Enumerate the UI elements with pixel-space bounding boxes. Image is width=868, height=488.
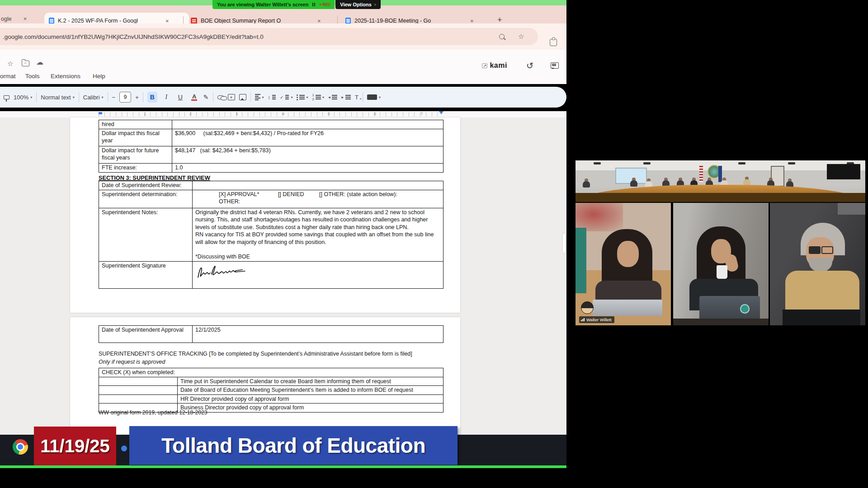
video-feed-participant-3[interactable] xyxy=(770,203,865,325)
comments-icon[interactable] xyxy=(551,62,559,69)
video-feed-participant-2[interactable] xyxy=(673,203,769,325)
rec-indicator: ● REC xyxy=(319,2,331,7)
table-row: Superintendent Signature xyxy=(99,261,443,288)
text-color-button[interactable]: A xyxy=(189,92,199,103)
paragraph-style-select[interactable]: Normal text▾ xyxy=(41,94,74,101)
tracking-condition: Only if request is approved xyxy=(99,359,165,365)
title-overlay: Tolland Board of Education xyxy=(129,426,458,465)
superintendent-notes: Originally the district had 4 veteran RN… xyxy=(195,209,440,246)
table-row: Time put in Superintendent Calendar to c… xyxy=(99,377,443,386)
paint-format-icon[interactable] xyxy=(4,95,9,99)
tab-title: BOE Object Summary Report O xyxy=(201,18,314,24)
highlight-pen-icon[interactable]: ✎ xyxy=(203,94,209,101)
chevron-down-icon: ▾ xyxy=(30,95,32,99)
video-feed-walter-willett[interactable]: Walter Willett xyxy=(576,203,671,325)
numbered-list-button[interactable]: 12 ▾ xyxy=(312,93,324,101)
ruler-left-indent-marker[interactable] xyxy=(99,112,102,114)
insert-image-icon[interactable] xyxy=(239,94,246,100)
align-button[interactable]: ▾ xyxy=(255,94,264,100)
tab-partial[interactable]: ogle × xyxy=(1,15,27,22)
font-size-value[interactable]: 9 xyxy=(119,92,131,103)
ruler-ticks xyxy=(99,112,443,117)
tab-title: K.2 - 2025 WF-PA Form - Googl xyxy=(58,18,162,24)
checklist-button[interactable]: ✓ ▾ xyxy=(280,95,292,100)
bulleted-list-button[interactable]: ▾ xyxy=(297,94,308,100)
table-row: hired xyxy=(99,120,443,129)
bold-button[interactable]: B xyxy=(147,92,157,103)
chevron-down-icon: ▾ xyxy=(374,3,376,7)
docs-menubar: ormat Tools Extensions Help xyxy=(0,71,566,84)
browser-address-row: .google.com/document/d/1nfYB2UWg7HKjlCZn… xyxy=(0,23,566,50)
avatar xyxy=(581,301,594,314)
check-when-completed-table: CHECK (X) when completed: Time put in Su… xyxy=(99,368,443,413)
fiscal-impact-table: hired Dollar impact this fiscal year$36,… xyxy=(99,120,443,173)
docs-toolbar: 100%▾ Normal text▾ Calibri▾ − 9 + B I U … xyxy=(0,87,566,108)
bookmark-star-icon[interactable]: ☆ xyxy=(518,33,524,41)
underline-button[interactable]: U xyxy=(175,92,185,103)
determination-denied: [] DENIED xyxy=(278,191,304,198)
chevron-down-icon: ▾ xyxy=(73,95,75,99)
ruler-number: 3 xyxy=(236,112,238,116)
share-border-bottom xyxy=(0,465,566,468)
url-text: .google.com/document/d/1nfYB2UWg7HKjlCZn… xyxy=(3,33,264,40)
participant-face xyxy=(617,241,639,267)
share-banner: You are viewing Walter Willett’s screen … xyxy=(212,0,381,9)
insert-link-icon[interactable] xyxy=(217,95,224,99)
video-feed-boardroom[interactable] xyxy=(576,160,865,202)
laptop-logo-sticker xyxy=(740,304,750,314)
add-comment-icon[interactable]: + xyxy=(228,94,235,100)
document-page-2[interactable]: Date of Superintendent Approval 12/1/202… xyxy=(70,317,460,435)
table-row: Date of Board of Education Meeting Super… xyxy=(99,386,443,395)
swatch-icon xyxy=(367,94,377,100)
document-page-1[interactable]: hired Dollar impact this fiscal year$36,… xyxy=(70,117,460,313)
determination-approval: [X] APPROVAL* xyxy=(219,191,259,198)
side-panel-handle[interactable] xyxy=(563,233,566,253)
increase-indent-button[interactable]: ▸ xyxy=(341,95,351,99)
wall-display xyxy=(827,164,860,179)
chevron-down-icon: ▾ xyxy=(262,95,264,99)
chrome-icon[interactable] xyxy=(13,439,28,455)
font-size-decrease[interactable]: − xyxy=(112,94,116,101)
ruler-number: 7 xyxy=(420,112,423,116)
pause-icon[interactable] xyxy=(312,2,316,7)
menu-tools[interactable]: Tools xyxy=(25,73,40,80)
line-spacing-button[interactable]: ↕ xyxy=(268,94,276,100)
extensions-puzzle-icon[interactable] xyxy=(550,39,557,46)
view-options-button[interactable]: View Options ▾ xyxy=(335,0,381,9)
ruler-number: 5 xyxy=(328,112,330,116)
version-history-icon[interactable]: ↺ xyxy=(526,61,533,71)
table-row: Superintendent determination: [X] APPROV… xyxy=(99,190,443,208)
zoom-select[interactable]: 100%▾ xyxy=(14,94,32,101)
decrease-indent-button[interactable]: ◂ xyxy=(328,95,338,99)
move-folder-icon[interactable] xyxy=(22,61,29,66)
participant-body xyxy=(785,271,859,312)
share-banner-pill: You are viewing Walter Willett’s screen … xyxy=(212,0,335,9)
italic-button[interactable]: I xyxy=(161,92,171,103)
ruler-number: 6 xyxy=(374,112,376,116)
us-flag xyxy=(699,166,703,182)
boardroom-dais-front xyxy=(576,193,865,202)
menu-extensions[interactable]: Extensions xyxy=(51,73,80,80)
tab-close-icon[interactable]: × xyxy=(24,15,27,22)
menu-format[interactable]: ormat xyxy=(0,73,16,80)
table-row: Date of Superintendent Review: xyxy=(99,181,443,190)
laptop xyxy=(699,296,760,319)
tab-title: 2025-11-19-BOE Meeting - Go xyxy=(354,18,467,24)
glasses xyxy=(809,246,821,254)
address-bar[interactable]: .google.com/document/d/1nfYB2UWg7HKjlCZn… xyxy=(0,28,538,45)
font-size-increase[interactable]: + xyxy=(135,94,139,101)
clear-formatting-button[interactable]: T xyxy=(355,94,359,101)
font-select[interactable]: Calibri▾ xyxy=(83,94,104,101)
favorite-star-icon[interactable]: ☆ xyxy=(7,60,13,68)
document-canvas: hired Dollar impact this fiscal year$36,… xyxy=(0,117,566,435)
text-tool-swatch[interactable]: ▾ xyxy=(367,94,381,100)
share-banner-text: You are viewing Walter Willett’s screen xyxy=(217,2,308,7)
taskbar-app-icon[interactable] xyxy=(121,446,127,451)
zoom-page-icon[interactable] xyxy=(499,34,505,39)
date-overlay: 11/19/25 xyxy=(34,427,116,466)
kami-extension-button[interactable]: ↗ kami xyxy=(482,61,507,70)
ruler-right-indent-marker[interactable] xyxy=(439,111,443,117)
menu-help[interactable]: Help xyxy=(93,73,105,80)
ruler-number: 4 xyxy=(282,112,284,116)
superintendent-review-table: Date of Superintendent Review: Superinte… xyxy=(99,181,443,289)
